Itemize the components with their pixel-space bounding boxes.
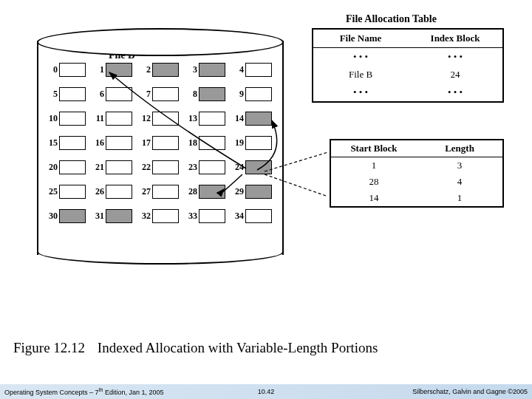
diagram-area: File B 012345678910111213141516171819202… (13, 6, 519, 320)
block-number: 8 (184, 89, 197, 100)
block-number: 15 (44, 137, 58, 149)
block-box (199, 136, 225, 150)
block-number: 20 (44, 162, 58, 173)
block-number: 12 (137, 113, 151, 124)
block-box (59, 136, 86, 150)
block-number: 26 (91, 186, 104, 197)
block-cell: 6 (91, 87, 137, 101)
index-block-table: Start Block Length 13284141 (330, 139, 504, 208)
index-header-start: Start Block (331, 140, 417, 157)
fat-cell: • • • (408, 48, 502, 66)
block-box (59, 160, 86, 174)
block-number: 3 (184, 64, 197, 75)
block-number: 17 (137, 137, 151, 149)
block-cell: 3 (184, 63, 231, 77)
block-box (245, 112, 272, 126)
block-cell: 0 (44, 63, 91, 77)
fat-cell: • • • (313, 83, 408, 101)
block-box (59, 209, 86, 223)
block-cell: 8 (184, 87, 231, 101)
block-number: 29 (231, 186, 244, 197)
block-row: 2021222324 (44, 160, 279, 174)
block-cell: 12 (137, 112, 184, 126)
block-box (245, 136, 272, 150)
fat-header-indexblock: Index Block (408, 30, 502, 47)
block-box (59, 87, 86, 101)
block-box (152, 136, 179, 150)
block-box (245, 87, 272, 101)
cylinder-bottom (37, 238, 284, 265)
block-cell: 30 (44, 209, 91, 223)
block-cell: 24 (231, 160, 277, 174)
block-number: 11 (91, 113, 104, 124)
block-row: 1516171819 (44, 136, 279, 150)
block-number: 18 (184, 137, 197, 149)
index-cell: 14 (331, 190, 417, 206)
block-number: 4 (231, 64, 244, 75)
block-box (199, 112, 225, 126)
block-cell: 14 (231, 112, 277, 126)
block-box (106, 185, 132, 199)
block-cell: 19 (231, 136, 277, 150)
block-number: 6 (91, 89, 104, 100)
block-number: 33 (184, 211, 197, 222)
footer-page-number: 10.42 (250, 388, 282, 395)
block-number: 19 (231, 137, 244, 149)
block-cell: 22 (137, 160, 184, 174)
block-box (245, 160, 272, 174)
block-cell: 9 (231, 87, 277, 101)
block-cell: 25 (44, 185, 91, 199)
figure-number: Figure 12.12 (13, 340, 85, 355)
index-row: 284 (331, 174, 502, 190)
fat-header-row: File Name Index Block (313, 30, 502, 48)
block-cell: 13 (184, 112, 231, 126)
block-cell: 2 (137, 63, 184, 77)
figure-title: Indexed Allocation with Variable-Length … (98, 340, 378, 355)
block-row: 3031323334 (44, 209, 279, 223)
block-number: 28 (184, 186, 197, 197)
block-cell: 33 (184, 209, 231, 223)
cylinder-body: File B 012345678910111213141516171819202… (37, 41, 284, 255)
fat-header-filename: File Name (313, 30, 408, 47)
fat-row: • • •• • • (313, 83, 502, 101)
disk-cylinder: File B 012345678910111213141516171819202… (37, 28, 281, 265)
index-body: 13284141 (331, 157, 502, 206)
block-box (59, 185, 86, 199)
index-row: 141 (331, 190, 502, 206)
block-cell: 28 (184, 185, 231, 199)
block-cell: 1 (91, 63, 137, 77)
block-cell: 5 (44, 87, 91, 101)
block-number: 24 (231, 162, 244, 173)
index-cell: 3 (417, 157, 502, 174)
block-box (152, 209, 179, 223)
block-cell: 29 (231, 185, 277, 199)
block-box (199, 185, 225, 199)
block-number: 9 (231, 89, 244, 100)
block-number: 27 (137, 186, 151, 197)
block-cell: 4 (231, 63, 277, 77)
block-box (199, 209, 225, 223)
block-box (59, 63, 86, 77)
block-box (152, 160, 179, 174)
block-row: 1011121314 (44, 112, 279, 126)
block-box (245, 63, 272, 77)
block-box (199, 63, 225, 77)
block-cell: 16 (91, 136, 137, 150)
fat-title: File Allocation Table (346, 13, 437, 25)
block-cell: 23 (184, 160, 231, 174)
block-number: 10 (44, 113, 58, 124)
block-box (106, 160, 132, 174)
block-cell: 10 (44, 112, 91, 126)
block-box (152, 63, 179, 77)
block-number: 32 (137, 211, 151, 222)
block-box (245, 209, 272, 223)
block-number: 5 (44, 89, 58, 100)
block-box (106, 136, 132, 150)
block-box (106, 87, 132, 101)
block-number: 13 (184, 113, 197, 124)
cylinder-top (37, 28, 284, 56)
block-cell: 26 (91, 185, 137, 199)
block-grid: 0123456789101112131415161718192021222324… (44, 63, 279, 233)
block-number: 2 (137, 64, 151, 75)
block-number: 34 (231, 211, 244, 222)
